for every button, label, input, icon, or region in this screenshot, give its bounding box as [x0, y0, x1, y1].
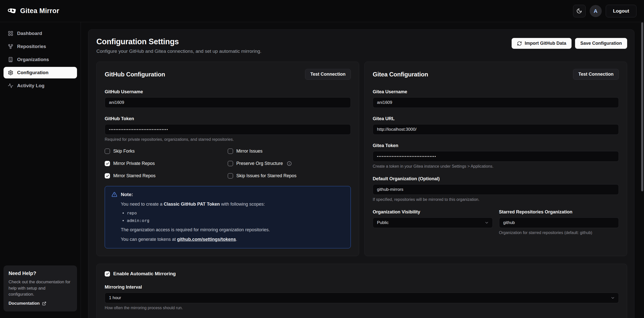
organization-visibility-select[interactable]: Public: [373, 217, 493, 228]
github-configuration-card: GitHub Configuration Test Connection Git…: [96, 62, 359, 256]
organization-visibility-label: Organization Visibility: [373, 209, 493, 215]
scope-item: admin:org: [127, 218, 344, 223]
scope-item: repo: [127, 211, 344, 215]
avatar[interactable]: A: [590, 5, 602, 17]
checkbox-box-checked: [105, 161, 110, 166]
checkbox-box: [228, 161, 233, 166]
theme-toggle-button[interactable]: [573, 5, 586, 17]
github-username-label: GitHub Username: [105, 89, 351, 95]
main-content: Configuration Settings Configure your Gi…: [81, 22, 644, 318]
documentation-link[interactable]: Documentation: [9, 301, 72, 306]
sidebar: Dashboard Repositories O: [0, 22, 81, 318]
sidebar-item-repositories[interactable]: Repositories: [4, 41, 77, 52]
checkbox-skip-forks[interactable]: Skip Forks: [105, 149, 228, 154]
sidebar-item-label: Repositories: [17, 44, 46, 49]
scrollbar[interactable]: [641, 22, 644, 318]
sidebar-item-label: Configuration: [17, 70, 49, 75]
gitea-token-input[interactable]: [373, 151, 619, 162]
gitea-configuration-card: Gitea Configuration Test Connection Gite…: [364, 62, 627, 256]
checkbox-mirror-starred-repos[interactable]: Mirror Starred Repos: [105, 173, 228, 178]
moon-icon: [576, 8, 582, 14]
default-organization-label: Default Organization (Optional): [373, 176, 619, 181]
info-icon: [287, 161, 292, 166]
dashboard-icon: [8, 31, 13, 36]
checkbox-mirror-issues[interactable]: Mirror Issues: [228, 149, 351, 154]
starred-repositories-organization-label: Starred Repositories Organization: [499, 209, 619, 215]
page-title: Configuration Settings: [96, 37, 261, 46]
help-body: Check out the documentation for help wit…: [9, 279, 72, 298]
github-card-title: GitHub Configuration: [105, 71, 165, 78]
mirroring-interval-helper: How often the mirroring process should r…: [105, 306, 619, 310]
chevron-down-icon: [484, 220, 489, 225]
starred-organization-helper: Organization for starred repositories (d…: [499, 231, 619, 235]
checkbox-preserve-org-structure[interactable]: Preserve Org Structure: [228, 161, 351, 166]
sidebar-item-label: Dashboard: [17, 31, 42, 36]
configuration-panel: Configuration Settings Configure your Gi…: [88, 29, 634, 318]
sidebar-nav: Dashboard Repositories O: [4, 28, 77, 92]
automatic-mirroring-card: Enable Automatic Mirroring Mirroring Int…: [96, 264, 627, 318]
note-title: Note:: [121, 192, 133, 197]
enable-automatic-mirroring-checkbox[interactable]: Enable Automatic Mirroring: [105, 271, 619, 277]
help-card: Need Help? Check out the documentation f…: [4, 265, 77, 311]
scrollbar-thumb[interactable]: [641, 22, 643, 191]
mirroring-interval-select[interactable]: 1 hour: [105, 293, 619, 303]
checkbox-box-checked: [105, 173, 110, 178]
note-scopes-list: repo admin:org: [127, 211, 344, 223]
building-icon: [8, 57, 13, 62]
default-organization-helper: If specified, repositories will be mirro…: [373, 197, 619, 202]
gitea-url-label: Gitea URL: [373, 116, 619, 121]
gitea-token-helper: Create a token in your Gitea instance un…: [373, 164, 619, 169]
top-bar-actions: A Logout: [573, 5, 636, 17]
note-line-2: The organization access is required for …: [121, 227, 344, 233]
sidebar-item-dashboard[interactable]: Dashboard: [4, 28, 77, 39]
refresh-icon: [517, 41, 522, 46]
sidebar-item-organizations[interactable]: Organizations: [4, 54, 77, 65]
git-fork-icon: [8, 44, 13, 49]
brand: Gitea Mirror: [8, 7, 59, 16]
gitea-card-title: Gitea Configuration: [373, 71, 428, 78]
note-line-1: You need to create a Classic GitHub PAT …: [121, 202, 344, 207]
logout-button[interactable]: Logout: [606, 5, 636, 17]
alert-triangle-icon: [111, 192, 117, 197]
chevron-down-icon: [611, 296, 615, 300]
checkbox-box: [105, 149, 110, 154]
checkbox-mirror-private-repos[interactable]: Mirror Private Repos: [105, 161, 228, 166]
github-options: Skip Forks Mirror Issues Mirror Private …: [105, 149, 351, 178]
gitea-username-input[interactable]: [373, 97, 619, 108]
default-organization-input[interactable]: [373, 184, 619, 195]
starred-repositories-organization-input[interactable]: [499, 217, 619, 228]
top-bar: Gitea Mirror A Logout: [0, 0, 644, 22]
pat-note-box: Note: You need to create a Classic GitHu…: [105, 186, 351, 248]
avatar-initial: A: [594, 8, 597, 14]
checkbox-box-checked: [105, 271, 110, 277]
mirroring-interval-label: Mirroring Interval: [105, 285, 619, 290]
help-title: Need Help?: [9, 270, 72, 276]
sidebar-item-activity-log[interactable]: Activity Log: [4, 80, 77, 92]
github-token-input[interactable]: [105, 124, 351, 135]
github-token-label: GitHub Token: [105, 116, 351, 121]
external-link-icon: [42, 301, 46, 306]
gitea-url-input[interactable]: [373, 124, 619, 135]
gitea-username-label: Gitea Username: [373, 89, 619, 95]
checkbox-skip-issues-starred[interactable]: Skip Issues for Starred Repos: [228, 173, 351, 178]
github-username-input[interactable]: [105, 97, 351, 108]
import-github-data-button[interactable]: Import GitHub Data: [512, 38, 572, 49]
gitea-logo-icon: [8, 7, 17, 16]
page-subtitle: Configure your GitHub and Gitea connecti…: [96, 49, 261, 54]
checkbox-box: [228, 173, 233, 178]
note-line-3: You can generate tokens at github.com/se…: [121, 237, 344, 242]
tokens-link[interactable]: github.com/settings/tokens: [177, 237, 236, 242]
save-configuration-button[interactable]: Save Configuration: [575, 38, 627, 49]
app-title: Gitea Mirror: [20, 7, 59, 15]
sidebar-item-label: Organizations: [17, 57, 49, 62]
github-token-helper: Required for private repositories, organ…: [105, 137, 351, 142]
checkbox-box: [228, 149, 233, 154]
gitea-token-label: Gitea Token: [373, 143, 619, 148]
activity-pulse-icon: [8, 83, 13, 88]
gitea-test-connection-button[interactable]: Test Connection: [573, 69, 619, 80]
sidebar-item-label: Activity Log: [17, 83, 45, 88]
gear-icon: [8, 70, 13, 75]
github-test-connection-button[interactable]: Test Connection: [305, 69, 351, 80]
sidebar-item-configuration[interactable]: Configuration: [4, 67, 77, 78]
